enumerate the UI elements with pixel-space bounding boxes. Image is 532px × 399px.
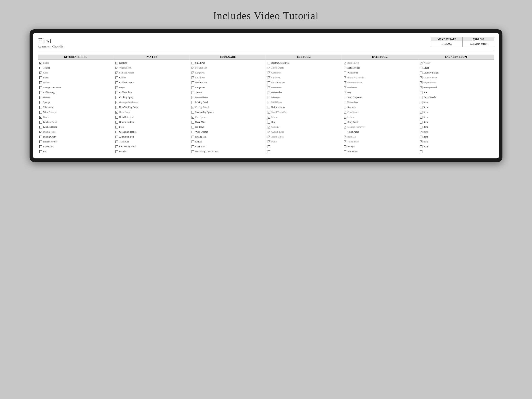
checkbox[interactable]: [191, 91, 194, 94]
checkbox[interactable]: [39, 146, 42, 148]
checkbox[interactable]: [420, 71, 422, 74]
checkbox[interactable]: [191, 71, 194, 74]
checkbox[interactable]: [268, 76, 270, 79]
checkbox[interactable]: [268, 71, 270, 74]
checkbox[interactable]: [115, 81, 118, 84]
checkbox[interactable]: [39, 71, 42, 74]
checkbox[interactable]: [39, 86, 42, 89]
checkbox[interactable]: [420, 62, 422, 64]
checkbox[interactable]: [344, 111, 346, 114]
checkbox[interactable]: [420, 101, 422, 104]
checkbox[interactable]: [268, 116, 270, 119]
checkbox[interactable]: [420, 146, 422, 148]
checkbox[interactable]: [191, 140, 194, 143]
checkbox[interactable]: [39, 111, 42, 114]
checkbox[interactable]: [115, 86, 118, 89]
checkbox[interactable]: [420, 116, 422, 119]
checkbox[interactable]: [344, 62, 346, 64]
checkbox[interactable]: [115, 76, 118, 79]
checkbox[interactable]: [344, 150, 346, 153]
checkbox[interactable]: [39, 67, 42, 69]
checkbox[interactable]: [115, 131, 118, 133]
checkbox[interactable]: [39, 101, 42, 104]
checkbox[interactable]: [39, 81, 42, 84]
checkbox[interactable]: [268, 62, 270, 64]
checkbox[interactable]: [191, 96, 194, 99]
checkbox[interactable]: [39, 136, 42, 138]
checkbox[interactable]: [115, 71, 118, 74]
checkbox[interactable]: [115, 101, 118, 104]
checkbox[interactable]: [344, 146, 346, 148]
checkbox[interactable]: [420, 131, 422, 133]
checkbox[interactable]: [268, 67, 270, 69]
checkbox[interactable]: [420, 91, 422, 94]
checkbox[interactable]: [268, 140, 270, 143]
checkbox[interactable]: [39, 126, 42, 128]
checkbox[interactable]: [191, 116, 194, 119]
checkbox[interactable]: [191, 146, 194, 148]
checkbox[interactable]: [344, 67, 346, 69]
checkbox[interactable]: [268, 106, 270, 109]
checkbox[interactable]: [191, 106, 194, 109]
checkbox[interactable]: [420, 140, 422, 143]
checkbox[interactable]: [344, 126, 346, 128]
checkbox[interactable]: [39, 140, 42, 143]
checkbox[interactable]: [420, 111, 422, 114]
checkbox[interactable]: [191, 81, 194, 84]
checkbox[interactable]: [115, 96, 118, 99]
checkbox[interactable]: [191, 131, 194, 133]
checkbox[interactable]: [344, 96, 346, 99]
checkbox[interactable]: [344, 101, 346, 104]
checkbox[interactable]: [191, 126, 194, 128]
checkbox[interactable]: [344, 121, 346, 124]
checkbox[interactable]: [115, 126, 118, 128]
checkbox[interactable]: [268, 136, 270, 138]
checkbox[interactable]: [344, 116, 346, 119]
checkbox[interactable]: [39, 62, 42, 64]
checkbox[interactable]: [191, 136, 194, 138]
checkbox[interactable]: [39, 131, 42, 133]
checkbox[interactable]: [420, 136, 422, 138]
checkbox[interactable]: [191, 111, 194, 114]
checkbox[interactable]: [115, 116, 118, 119]
checkbox[interactable]: [115, 136, 118, 138]
checkbox[interactable]: [191, 101, 194, 104]
checkbox[interactable]: [39, 106, 42, 109]
checkbox[interactable]: [268, 81, 270, 84]
checkbox[interactable]: [344, 76, 346, 79]
checkbox[interactable]: [39, 150, 42, 153]
checkbox[interactable]: [191, 62, 194, 64]
checkbox[interactable]: [39, 76, 42, 79]
checkbox[interactable]: [420, 126, 422, 128]
checkbox[interactable]: [344, 140, 346, 143]
checkbox[interactable]: [268, 101, 270, 104]
checkbox[interactable]: [115, 111, 118, 114]
checkbox[interactable]: [191, 76, 194, 79]
checkbox[interactable]: [191, 67, 194, 69]
checkbox[interactable]: [420, 106, 422, 109]
checkbox[interactable]: [420, 86, 422, 89]
checkbox[interactable]: [115, 121, 118, 124]
checkbox[interactable]: [268, 146, 270, 148]
checkbox[interactable]: [115, 67, 118, 69]
checkbox[interactable]: [420, 150, 422, 153]
checkbox[interactable]: [344, 71, 346, 74]
checkbox[interactable]: [115, 150, 118, 153]
checkbox[interactable]: [344, 136, 346, 138]
checkbox[interactable]: [268, 96, 270, 99]
checkbox[interactable]: [344, 91, 346, 94]
checkbox[interactable]: [268, 126, 270, 128]
checkbox[interactable]: [420, 81, 422, 84]
checkbox[interactable]: [268, 91, 270, 94]
checkbox[interactable]: [420, 67, 422, 69]
checkbox[interactable]: [191, 86, 194, 89]
checkbox[interactable]: [268, 111, 270, 114]
checkbox[interactable]: [115, 91, 118, 94]
checkbox[interactable]: [344, 86, 346, 89]
checkbox[interactable]: [344, 81, 346, 84]
checkbox[interactable]: [268, 86, 270, 89]
checkbox[interactable]: [420, 96, 422, 99]
checkbox[interactable]: [268, 131, 270, 133]
checkbox[interactable]: [115, 62, 118, 64]
checkbox[interactable]: [420, 121, 422, 124]
